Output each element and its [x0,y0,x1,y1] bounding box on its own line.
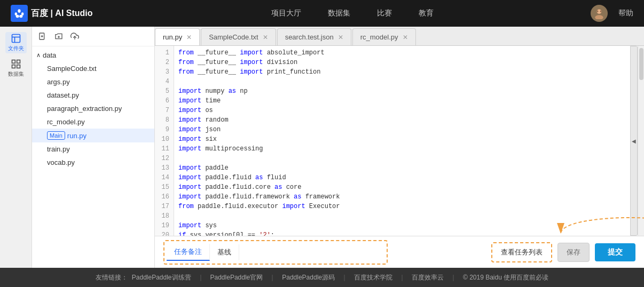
fold-arrow[interactable]: ◀ [630,46,638,236]
footer-link-3[interactable]: PaddlePaddle源码 [282,273,335,282]
file-list: ∧ data SampleCode.txt args.py dataset.py… [32,46,154,268]
file-name: args.py [47,78,70,86]
folder-data[interactable]: ∧ data [32,49,154,62]
svg-point-1 [15,12,17,15]
new-folder-icon[interactable] [53,31,64,42]
scrollbar-thumb [639,48,643,80]
nav-education[interactable]: 教育 [419,6,434,20]
upload-icon[interactable] [69,31,80,42]
close-tab-samplecode[interactable]: ✕ [263,34,268,41]
svg-point-6 [595,15,603,19]
file-train[interactable]: train.py [32,142,154,156]
nav-links: 项目大厅 数据集 比赛 教育 [114,6,591,20]
view-tasks-button[interactable]: 查看任务列表 [491,242,552,262]
sidebar: 文件夹 数据集 [0,27,32,268]
footer-link-4[interactable]: 百度技术学院 [354,273,392,282]
svg-rect-13 [12,60,15,63]
file-dataset[interactable]: dataset.py [32,89,154,102]
footer-friendship-label: 友情链接： [96,273,128,282]
file-samplecode[interactable]: SampleCode.txt [32,62,154,75]
file-name: SampleCode.txt [47,65,97,73]
bottom-right: 查看任务列表 保存 提交 [491,242,635,262]
svg-point-4 [19,15,22,18]
tab-run-py[interactable]: run.py ✕ [155,28,200,45]
close-tab-search-json[interactable]: ✕ [338,34,343,41]
footer-link-2[interactable]: PaddlePaddle官网 [210,273,263,282]
svg-point-8 [597,11,598,12]
footer-copyright: © 2019 Baidu 使用百度前必读 [463,273,548,282]
close-tab-run-py[interactable]: ✕ [186,34,192,41]
bottom-bar: 任务备注 基线 查看任务列表 保存 提交 [155,236,644,268]
notes-input[interactable] [239,246,384,258]
svg-point-9 [600,11,601,12]
new-file-icon[interactable] [37,31,48,42]
logo-text: 百度 | AI Studio [31,8,93,19]
top-navigation: 百度 | AI Studio 项目大厅 数据集 比赛 教育 帮助 [0,0,644,27]
submit-button[interactable]: 提交 [595,243,635,261]
code-editor[interactable]: from __future__ import absolute_import f… [174,46,630,236]
scrollbar[interactable] [638,46,644,236]
svg-point-3 [16,15,19,18]
nav-right: 帮助 [591,5,633,22]
file-name: train.py [47,145,70,153]
file-rcmodel[interactable]: rc_model.py [32,115,154,129]
help-link[interactable]: 帮助 [618,9,633,18]
svg-point-0 [18,9,20,13]
editor-content: 12345 678910 1112131415 1617181920 21222… [155,46,644,236]
file-args[interactable]: args.py [32,75,154,89]
bottom-input-area: 任务备注 基线 [163,240,388,265]
sidebar-datasets-label: 数据集 [8,70,24,78]
nav-datasets[interactable]: 数据集 [328,6,350,20]
bottom-tab-baseline[interactable]: 基线 [210,244,239,260]
tab-samplecode-label: SampleCode.txt [209,33,258,41]
sidebar-item-datasets[interactable]: 数据集 [5,58,27,79]
file-vocab[interactable]: vocab.py [32,156,154,169]
file-tree-header [32,27,154,46]
nav-competition[interactable]: 比赛 [377,6,392,20]
svg-rect-15 [12,65,15,68]
file-tree: ∧ data SampleCode.txt args.py dataset.py… [32,27,155,268]
tab-rc-model-label: rc_model.py [360,33,398,41]
svg-rect-10 [12,35,20,43]
close-tab-rc-model[interactable]: ✕ [403,34,408,41]
footer-link-5[interactable]: 百度效率云 [412,273,444,282]
file-name: paragraph_extraction.py [47,105,122,113]
baidu-icon [11,5,28,22]
file-name-run: run.py [67,132,87,140]
nav-projects[interactable]: 项目大厅 [271,6,301,20]
footer: 友情链接： PaddlePaddle训练营 ｜ PaddlePaddle官网 ｜… [0,268,644,287]
collapse-arrow-icon: ∧ [36,52,41,59]
tab-run-py-label: run.py [163,33,182,41]
folder-name: data [43,51,56,59]
editor-area: run.py ✕ SampleCode.txt ✕ search.test.js… [155,27,644,268]
sidebar-item-files[interactable]: 文件夹 [5,32,27,53]
bottom-tab-notes[interactable]: 任务备注 [167,244,210,261]
avatar[interactable] [591,5,608,22]
save-button[interactable]: 保存 [557,243,590,262]
file-name: vocab.py [47,158,75,166]
footer-link-1[interactable]: PaddlePaddle训练营 [132,273,191,282]
logo[interactable]: 百度 | AI Studio [11,5,93,22]
main-area: 文件夹 数据集 [0,27,644,268]
tab-samplecode[interactable]: SampleCode.txt ✕ [201,28,276,45]
sidebar-files-label: 文件夹 [8,45,24,52]
svg-point-2 [21,12,23,15]
file-run[interactable]: Main run.py [32,129,154,142]
file-name: dataset.py [47,91,79,99]
line-numbers: 12345 678910 1112131415 1617181920 21222… [155,46,174,236]
svg-rect-14 [17,60,20,63]
editor-tabs: run.py ✕ SampleCode.txt ✕ search.test.js… [155,27,644,46]
main-badge: Main [47,131,65,140]
editor-wrapper: run.py ✕ SampleCode.txt ✕ search.test.js… [155,27,644,268]
file-name: rc_model.py [47,118,85,126]
file-paragraph[interactable]: paragraph_extraction.py [32,102,154,115]
tab-rc-model[interactable]: rc_model.py ✕ [352,28,416,45]
tab-search-json-label: search.test.json [285,33,334,41]
tab-search-json[interactable]: search.test.json ✕ [277,28,351,45]
svg-rect-16 [17,65,20,68]
